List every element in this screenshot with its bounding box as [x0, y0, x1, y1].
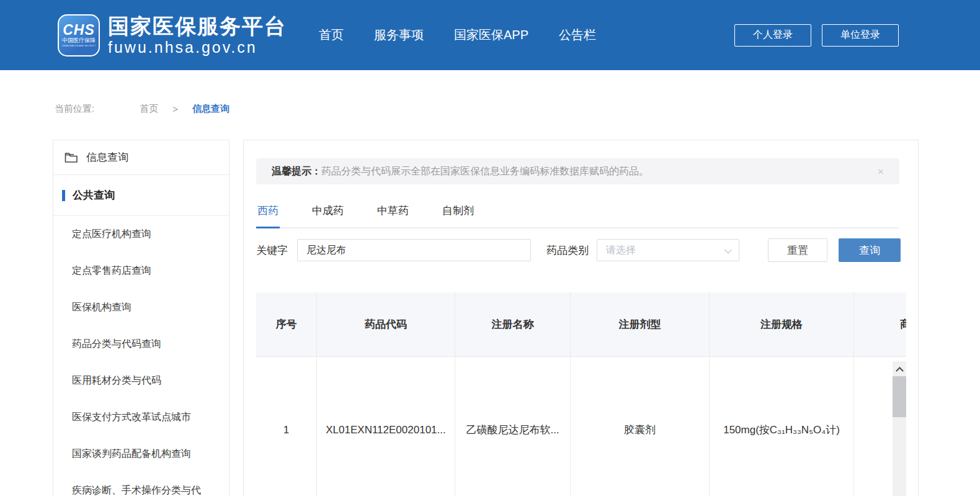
sidebar-item-medical-consumables-codes[interactable]: 医用耗材分类与代码 — [53, 363, 229, 399]
keyword-input[interactable] — [297, 239, 531, 261]
chs-logo-icon: CHS 中国医疗保障 CHINA HEALTHCARE SECURITY — [58, 14, 100, 56]
sidebar-item-negotiated-drug-institutions[interactable]: 国家谈判药品配备机构查询 — [53, 436, 229, 472]
sidebar-item-designated-retail-pharmacies[interactable]: 定点零售药店查询 — [53, 253, 229, 289]
col-header-dosage-form: 注册剂型 — [571, 292, 710, 356]
main-nav: 首页 服务事项 国家医保APP 公告栏 — [319, 27, 596, 43]
col-header-trade-name: 商品名 — [854, 292, 906, 356]
breadcrumb-separator-icon: > — [172, 104, 178, 114]
chevron-down-icon — [724, 245, 733, 253]
sidebar-item-designated-medical-institutions[interactable]: 定点医疗机构查询 — [53, 216, 229, 253]
notice-message: 药品分类与代码展示全部在国家医保信息业务编码标准数据库赋码的药品。 — [321, 165, 649, 178]
logo-badge-title: CHS — [63, 22, 95, 37]
sidebar-section-label: 公共查询 — [73, 188, 115, 202]
select-placeholder: 请选择 — [606, 244, 636, 257]
auth-buttons: 个人登录 单位登录 — [734, 24, 899, 47]
logo-badge-subtitle: 中国医疗保障 — [62, 37, 96, 44]
active-section-marker — [62, 190, 65, 201]
results-table: 序号 药品代码 注册名称 注册剂型 注册规格 商品名 1 XL01EXN112E… — [256, 292, 906, 496]
notice-title: 温馨提示： — [272, 165, 321, 178]
breadcrumb-prefix: 当前位置: — [55, 103, 94, 115]
sidebar-item-insurance-agencies[interactable]: 医保机构查询 — [53, 289, 229, 326]
sidebar-section-public-query[interactable]: 公共查询 — [53, 175, 229, 216]
sidebar-item-drug-classification-codes[interactable]: 药品分类与代码查询 — [53, 326, 229, 363]
folder-icon — [65, 152, 78, 163]
tab-chinese-herbal-medicine[interactable]: 中草药 — [376, 200, 410, 227]
logo-badge-caption: CHINA HEALTHCARE SECURITY — [61, 44, 96, 47]
cell-dosage-form: 胶囊剂 — [571, 357, 710, 496]
site-header: CHS 中国医疗保障 CHINA HEALTHCARE SECURITY 国家医… — [0, 0, 980, 70]
personal-login-button[interactable]: 个人登录 — [734, 24, 811, 47]
sidebar-root-label: 信息查询 — [86, 150, 128, 165]
table-scrollbar[interactable] — [893, 361, 906, 496]
breadcrumb: 当前位置: 首页 > 信息查询 — [55, 103, 229, 115]
col-header-registered-name: 注册名称 — [455, 292, 571, 356]
unit-login-button[interactable]: 单位登录 — [822, 24, 899, 47]
close-icon[interactable]: × — [878, 166, 884, 177]
site-logo[interactable]: CHS 中国医疗保障 CHINA HEALTHCARE SECURITY 国家医… — [58, 14, 287, 56]
cell-specification: 150mg(按C₃₁H₃₃N₅O₄计) — [710, 357, 854, 496]
sidebar: 信息查询 公共查询 定点医疗机构查询 定点零售药店查询 医保机构查询 药品分类与… — [53, 140, 229, 496]
notice-banner: 温馨提示： 药品分类与代码展示全部在国家医保信息业务编码标准数据库赋码的药品。 … — [256, 158, 899, 184]
sidebar-item-payment-reform-pilot-cities[interactable]: 医保支付方式改革试点城市 — [53, 399, 229, 436]
sidebar-item-info-query[interactable]: 信息查询 — [53, 140, 229, 175]
nav-app[interactable]: 国家医保APP — [454, 27, 528, 43]
scrollbar-thumb[interactable] — [893, 376, 906, 417]
drug-category-tabs: 西药 中成药 中草药 自制剂 — [256, 200, 899, 228]
nav-announcements[interactable]: 公告栏 — [559, 27, 596, 43]
col-header-specification: 注册规格 — [710, 292, 854, 356]
cell-index: 1 — [256, 357, 317, 496]
reset-button[interactable]: 重置 — [768, 238, 827, 262]
site-domain: fuwu.nhsa.gov.cn — [108, 38, 287, 56]
site-title: 国家医保服务平台 — [108, 14, 287, 38]
search-filter-bar: 关键字 药品类别 请选择 重置 查询 — [256, 238, 901, 262]
table-header-row: 序号 药品代码 注册名称 注册剂型 注册规格 商品名 — [256, 292, 906, 357]
cell-registered-name: 乙磺酸尼达尼布软... — [455, 357, 571, 496]
tab-western-medicine[interactable]: 西药 — [256, 200, 280, 228]
cell-drug-code: XL01EXN112E0020101... — [317, 357, 455, 496]
breadcrumb-home[interactable]: 首页 — [140, 103, 158, 115]
sidebar-item-disease-diagnosis-codes[interactable]: 疾病诊断、手术操作分类与代 — [53, 472, 229, 496]
nav-services[interactable]: 服务事项 — [374, 27, 424, 43]
search-button[interactable]: 查询 — [839, 238, 901, 262]
tab-self-prepared[interactable]: 自制剂 — [441, 200, 475, 227]
table-row[interactable]: 1 XL01EXN112E0020101... 乙磺酸尼达尼布软... 胶囊剂 … — [256, 357, 906, 496]
nav-home[interactable]: 首页 — [319, 27, 344, 43]
main-content-panel: 温馨提示： 药品分类与代码展示全部在国家医保信息业务编码标准数据库赋码的药品。 … — [243, 140, 919, 496]
breadcrumb-current: 信息查询 — [192, 103, 229, 115]
keyword-label: 关键字 — [256, 243, 288, 258]
col-header-index: 序号 — [256, 292, 317, 356]
scroll-up-icon[interactable] — [893, 361, 906, 376]
tab-chinese-patent-medicine[interactable]: 中成药 — [311, 200, 345, 227]
drug-category-select[interactable]: 请选择 — [597, 239, 739, 261]
col-header-drug-code: 药品代码 — [317, 292, 455, 356]
drug-category-label: 药品类别 — [546, 243, 589, 258]
